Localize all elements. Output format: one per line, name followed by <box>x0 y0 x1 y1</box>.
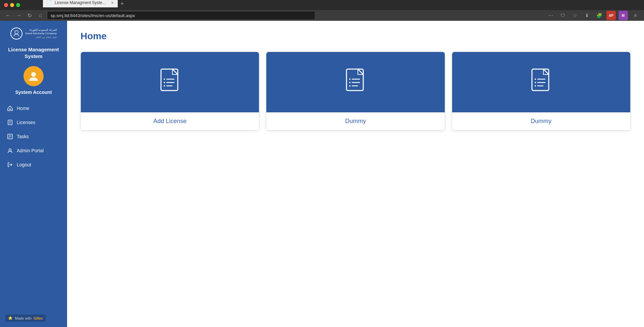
sidebar: الشركة السعودية للكهرباء Saudi Electrici… <box>0 21 67 327</box>
sidebar-item-licenses[interactable]: Licenses <box>0 116 67 129</box>
svg-point-29 <box>535 82 536 83</box>
sidebar-item-admin[interactable]: Admin Portal <box>0 144 67 157</box>
minimize-button[interactable] <box>10 3 14 7</box>
profile-icon-ap[interactable]: AP <box>606 11 616 20</box>
svg-point-17 <box>164 85 165 87</box>
card-add-license[interactable]: Add License <box>80 52 259 130</box>
card-dummy-2[interactable]: Dummy <box>452 52 631 130</box>
browser-actions: ⋯ 🛡 ☆ ⬇ 🧩 AP M ≡ <box>546 11 640 20</box>
sidebar-item-tasks[interactable]: Tasks <box>0 130 67 143</box>
app-layout: الشركة السعودية للكهرباء Saudi Electrici… <box>0 21 644 327</box>
sidebar-logo: الشركة السعودية للكهرباء Saudi Electrici… <box>5 28 62 40</box>
browser-chrome: 📄 License Managment System | Man... ✕ + … <box>0 0 644 21</box>
reload-button[interactable]: ↻ <box>25 11 34 19</box>
admin-icon <box>7 147 13 154</box>
card-label-add-license: Add License <box>81 112 259 130</box>
profile-icon-m[interactable]: M <box>619 11 628 20</box>
maximize-button[interactable] <box>16 3 20 7</box>
user-name: System Account <box>15 90 52 95</box>
home-icon <box>7 105 13 112</box>
logo-text: الشركة السعودية للكهرباء Saudi Electrici… <box>25 29 56 39</box>
card-icon-area-dummy-1 <box>266 52 444 112</box>
svg-point-27 <box>535 78 536 80</box>
tab-favicon: 📄 <box>47 0 52 5</box>
sidebar-label-home: Home <box>17 106 29 111</box>
logo-circle <box>10 28 22 40</box>
new-tab-button[interactable]: + <box>118 0 127 7</box>
svg-point-13 <box>164 78 165 80</box>
address-bar-row: ← → ↻ ⌂ ⋯ 🛡 ☆ ⬇ 🧩 AP M ≡ <box>0 10 644 21</box>
traffic-lights <box>4 3 20 7</box>
document-icon-add-license <box>155 66 185 98</box>
shield-icon[interactable]: 🛡 <box>558 11 568 20</box>
page-title: Home <box>80 31 631 42</box>
svg-point-15 <box>164 82 165 83</box>
svg-point-0 <box>15 31 18 34</box>
browser-tab[interactable]: 📄 License Managment System | Man... ✕ <box>43 0 118 7</box>
card-dummy-1[interactable]: Dummy <box>266 52 445 130</box>
document-icon-dummy-2 <box>526 66 556 98</box>
document-icon-dummy-1 <box>340 66 371 98</box>
back-button[interactable]: ← <box>4 11 12 19</box>
made-with-icon: ⭐ <box>8 316 13 320</box>
sidebar-item-home[interactable]: Home <box>0 102 67 115</box>
card-label-dummy-2: Dummy <box>452 112 630 130</box>
download-icon[interactable]: ⬇ <box>582 11 592 20</box>
sidebar-item-logout[interactable]: Logout <box>0 158 67 171</box>
sidebar-nav: Home Licenses <box>0 102 67 171</box>
main-content: Home <box>67 21 644 327</box>
card-label-dummy-1: Dummy <box>266 112 444 130</box>
bookmarks-icon[interactable]: ⋯ <box>546 11 555 20</box>
forward-button[interactable]: → <box>15 11 23 19</box>
card-icon-area-add-license <box>81 52 259 112</box>
gifex-brand: Gifex <box>34 316 43 320</box>
sidebar-label-admin: Admin Portal <box>17 148 44 153</box>
licenses-icon <box>7 119 13 126</box>
made-with-text: Made with <box>15 316 32 320</box>
svg-point-31 <box>535 85 536 87</box>
menu-icon[interactable]: ≡ <box>631 11 640 20</box>
card-icon-area-dummy-2 <box>452 52 630 112</box>
svg-point-10 <box>9 149 11 151</box>
home-nav-button[interactable]: ⌂ <box>36 11 44 19</box>
svg-point-1 <box>31 72 36 77</box>
extension-icon[interactable]: 🧩 <box>594 11 604 20</box>
sidebar-label-logout: Logout <box>17 162 31 167</box>
tab-close-icon[interactable]: ✕ <box>111 1 114 5</box>
address-bar[interactable] <box>47 11 315 20</box>
avatar-icon <box>28 70 40 82</box>
logout-icon <box>7 161 13 168</box>
close-button[interactable] <box>4 3 8 7</box>
sidebar-label-licenses: Licenses <box>17 120 35 125</box>
svg-point-20 <box>349 78 351 80</box>
tab-title: License Managment System | Man... <box>55 0 108 5</box>
tasks-icon <box>7 133 13 140</box>
user-avatar <box>23 66 44 86</box>
sidebar-system-title: License Management System <box>0 46 67 59</box>
svg-point-24 <box>349 85 351 87</box>
logo-svg <box>12 30 20 38</box>
sidebar-footer: ⭐ Made with Gifex <box>5 315 46 322</box>
svg-point-22 <box>349 82 351 83</box>
title-bar: 📄 License Managment System | Man... ✕ + <box>0 0 644 10</box>
star-icon[interactable]: ☆ <box>570 11 580 20</box>
sidebar-label-tasks: Tasks <box>17 134 29 139</box>
cards-grid: Add License <box>80 52 631 130</box>
